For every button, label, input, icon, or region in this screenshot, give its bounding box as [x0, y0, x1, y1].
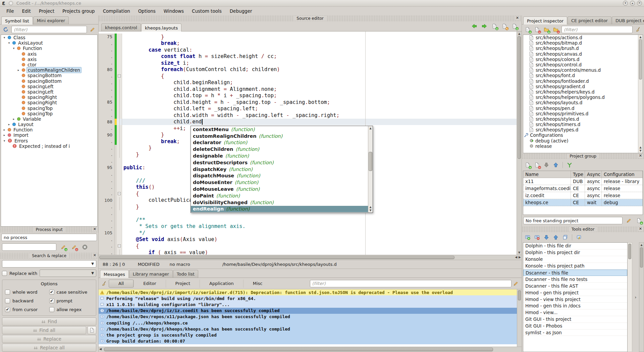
message-row[interactable]: /home/basile/Dev/dproj/iz/iz.coedit has …: [99, 308, 517, 314]
run-tool-icon[interactable]: [575, 234, 583, 241]
add-tool-icon[interactable]: [524, 234, 531, 241]
scrollbar-thumb[interactable]: [104, 348, 493, 351]
message-row[interactable]: x11 1.0.15: building configuration "libr…: [99, 301, 517, 307]
tools-vscrollbar[interactable]: [628, 242, 632, 352]
tool-item[interactable]: Dolphin - this project dir: [523, 249, 627, 256]
replace-with-checkbox[interactable]: [2, 271, 7, 276]
close-icon[interactable]: ✕: [638, 154, 643, 158]
message-row[interactable]: compiling /.../kheops/kheops.ce: [99, 320, 517, 326]
menu-compilation[interactable]: Compilation: [99, 7, 134, 15]
find-button[interactable]: Find: [2, 317, 96, 326]
message-row[interactable]: /home/basile/Dev/dproj/kheops/kheops.ce …: [99, 326, 517, 332]
symbol-tree-item[interactable]: spacingBottom: [1, 78, 97, 84]
right-tab-dub-project-editor[interactable]: DUB project editor: [612, 16, 644, 24]
scroll-right-icon[interactable]: ▶: [519, 255, 521, 259]
project-file[interactable]: src/kheops/controls/menus.d: [523, 67, 643, 73]
menu-options[interactable]: Options: [135, 7, 159, 15]
close-icon[interactable]: ✕: [515, 16, 520, 20]
symbol-tree-item[interactable]: spacingLeft: [1, 84, 97, 89]
expander-icon[interactable]: ▾: [12, 47, 16, 50]
project-file[interactable]: src/kheops/helpers/keys.d: [523, 89, 643, 95]
add-doc-icon[interactable]: +: [511, 22, 518, 30]
message-row[interactable]: /home/basile/Dev/dproj/iz/import/iz/seri…: [99, 289, 517, 295]
checkbox[interactable]: [49, 307, 54, 312]
scroll-up-icon[interactable]: ▲: [517, 32, 522, 35]
message-row[interactable]: /home/basile/Dev/repos/x11/package.json …: [99, 314, 517, 320]
message-row[interactable]: the project group is successfully compil…: [99, 332, 517, 338]
symbol-tree-item[interactable]: spacingBottom: [1, 73, 97, 78]
scrollbar-thumb[interactable]: [640, 247, 643, 268]
message-row[interactable]: Group build duration: 00:00:07: [99, 338, 517, 344]
scroll-left-icon[interactable]: ◀: [515, 255, 517, 259]
move-down-icon[interactable]: [543, 234, 550, 241]
completion-item[interactable]: doMouseEnter(function): [191, 179, 368, 186]
editor-vscrollbar[interactable]: ▲ ▼: [517, 32, 522, 255]
remove-file-icon[interactable]: −: [533, 26, 541, 33]
symbol-tree-item[interactable]: ctor: [1, 62, 97, 67]
project-file[interactable]: src/kheops/primitives.d: [523, 111, 643, 116]
completion-item[interactable]: doPaint(function): [191, 192, 368, 199]
add-doc-icon[interactable]: +: [635, 217, 643, 224]
scrollbar-thumb[interactable]: [518, 36, 521, 159]
expander-icon[interactable]: ▸: [2, 133, 6, 137]
project-file[interactable]: src/kheops/fontloader.d: [523, 78, 643, 84]
maximize-button[interactable]: ▴: [630, 1, 635, 6]
replace-combo[interactable]: ▼: [40, 270, 96, 277]
project-group-row[interactable]: kheops.ceCEwaitdebug: [523, 199, 643, 206]
symbol-tree-item[interactable]: axis: [1, 51, 97, 57]
move-down-icon[interactable]: [543, 161, 550, 169]
scrollbar-thumb[interactable]: [99, 256, 454, 259]
find-in-doc-button[interactable]: [88, 326, 96, 334]
clone-tool-icon[interactable]: [561, 234, 569, 241]
project-file[interactable]: src/kheops/styles.d: [523, 116, 643, 122]
completion-item[interactable]: dispatchKey(function): [191, 166, 368, 173]
configuration-item[interactable]: release: [523, 143, 643, 149]
completion-item[interactable]: designable(function): [191, 153, 368, 159]
completion-item[interactable]: deleteChildren(function): [191, 146, 368, 153]
move-up-icon[interactable]: [552, 161, 559, 169]
filter-project-button[interactable]: Project: [166, 280, 200, 288]
symbol-tree-item[interactable]: spacingTop: [1, 105, 97, 111]
symbol-tree-item[interactable]: Expected ; instead of i: [1, 143, 97, 149]
move-up-icon[interactable]: [552, 234, 559, 241]
close-button[interactable]: ✕: [637, 1, 642, 6]
symbol-tree-item[interactable]: ▾Function: [1, 46, 97, 51]
scrollbar-thumb[interactable]: [518, 290, 521, 300]
add-file-icon[interactable]: +: [524, 26, 531, 33]
clear-filter-icon[interactable]: [635, 26, 642, 33]
scroll-up-icon[interactable]: ▲: [368, 206, 373, 209]
completion-item[interactable]: endRealign(function): [191, 206, 368, 213]
close-icon[interactable]: ✕: [93, 253, 97, 257]
menu-custom-tools[interactable]: Custom tools: [188, 7, 225, 15]
menu-edit[interactable]: Edit: [18, 7, 35, 15]
fold-toggle-icon[interactable]: −: [118, 74, 121, 77]
tool-item[interactable]: Dscanner - this file: [523, 270, 627, 276]
completion-item[interactable]: contextMenu(function): [191, 126, 368, 133]
message-row[interactable]: Performing "release" build using /usr/bi…: [99, 295, 517, 301]
expander-icon[interactable]: ▾: [2, 139, 6, 142]
tool-item[interactable]: Git GUI - Phobos: [523, 323, 627, 330]
project-file[interactable]: src/kheops/gradient.d: [523, 84, 643, 89]
pane-expander[interactable]: ›: [632, 242, 639, 352]
menu-file[interactable]: File: [3, 7, 18, 15]
project-file[interactable]: src/kheops/control.d: [523, 62, 643, 67]
kill-process-icon[interactable]: [81, 243, 89, 251]
scrollbar-thumb[interactable]: [639, 39, 642, 79]
tool-detail-vscrollbar[interactable]: ▲: [639, 242, 644, 352]
project-file[interactable]: src/kheops/types.d: [523, 127, 643, 132]
tool-item[interactable]: Hmod - view...: [523, 309, 627, 316]
completion-item[interactable]: dispatchMouse(function): [191, 173, 368, 179]
project-file[interactable]: src/kheops/brush.d: [523, 46, 643, 51]
refresh-icon[interactable]: [2, 26, 9, 33]
file-tree-scrollbar[interactable]: ▲ ▲ ▼: [638, 35, 643, 153]
async-mode-icon[interactable]: [566, 161, 573, 169]
messages-hscrollbar[interactable]: ◀: [99, 347, 522, 352]
close-icon[interactable]: ✕: [638, 227, 643, 231]
expander-icon[interactable]: ▾: [2, 36, 6, 39]
remove-folder-icon[interactable]: −: [552, 26, 559, 33]
expander-icon[interactable]: ▸: [16, 68, 20, 72]
tool-item[interactable]: Dscanner - this file AST: [523, 283, 627, 289]
checkbox[interactable]: ✔: [49, 298, 54, 303]
find-all-button[interactable]: Find all: [2, 326, 86, 334]
menu-windows[interactable]: Windows: [160, 7, 187, 15]
